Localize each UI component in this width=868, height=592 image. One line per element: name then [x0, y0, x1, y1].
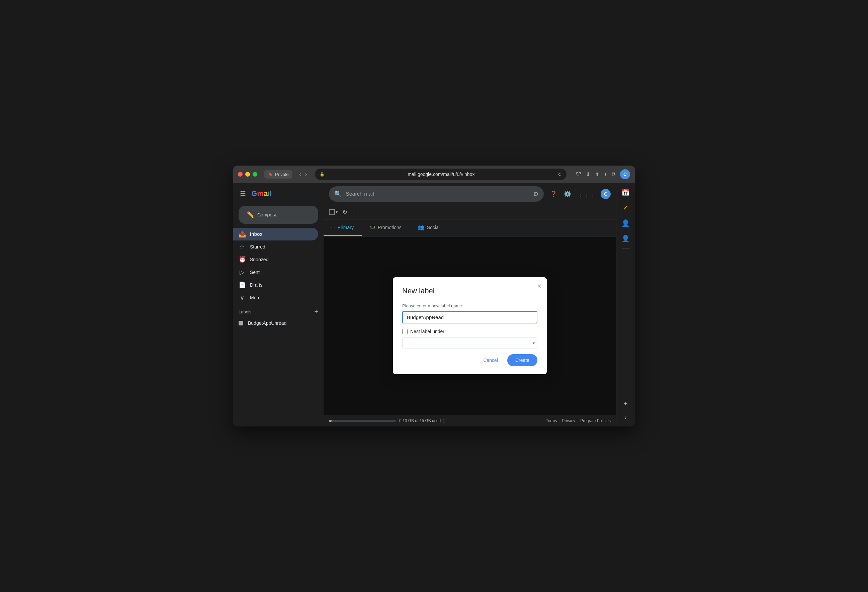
close-window-button[interactable]	[238, 172, 243, 177]
gmail-sidebar: ☰ Gmail ✏️ Compose 📥 Inbox ☆ Starred	[233, 183, 323, 426]
nest-label-select[interactable]	[402, 337, 537, 349]
primary-tab-icon: □	[332, 224, 335, 230]
keep-button[interactable]: 👤	[619, 232, 632, 245]
profile-avatar[interactable]: C	[620, 169, 630, 179]
create-button[interactable]: Create	[507, 354, 537, 366]
back-button[interactable]: ‹	[298, 171, 302, 178]
main-content: 🔍 ⚙ ❓ ⚙️ ⋮⋮⋮ C ▾ ↻ ⋮	[323, 183, 616, 426]
lock-icon: 🔒	[320, 172, 325, 177]
minimize-window-button[interactable]	[245, 172, 250, 177]
address-bar[interactable]: 🔒 mail.google.com/mail/u/0/#inbox ↻	[315, 169, 567, 180]
sidebar-item-sent[interactable]: ▷ Sent	[233, 266, 318, 278]
nest-label-text: Nest label under:	[410, 329, 446, 334]
tab-label: Private	[275, 172, 288, 177]
cancel-button[interactable]: Cancel	[477, 354, 505, 366]
browser-toolbar-right: 🛡 ⬇ ⬆ + ⧉ C	[576, 169, 630, 179]
inbox-icon: 📥	[239, 230, 245, 238]
calendar-button[interactable]: 📅	[619, 186, 632, 199]
refresh-inbox-button[interactable]: ↻	[340, 206, 349, 218]
logo-m-blue2: l	[270, 189, 272, 198]
select-dropdown-arrow[interactable]: ▾	[336, 210, 338, 214]
sidebar-item-drafts[interactable]: 📄 Drafts	[233, 278, 318, 291]
inbox-toolbar: ▾ ↻ ⋮	[323, 205, 616, 219]
tabs-button[interactable]: ⧉	[612, 171, 616, 177]
add-addon-button[interactable]: +	[619, 397, 632, 410]
shield-button[interactable]: 🛡	[576, 171, 581, 177]
sidebar-item-inbox[interactable]: 📥 Inbox	[233, 228, 318, 240]
storage-bar-wrap: 0.13 GB of 15 GB used ⬚	[329, 418, 446, 423]
promotions-tab-icon: 🏷	[370, 224, 375, 230]
tab-primary[interactable]: □ Primary	[323, 219, 362, 236]
browser-nav-arrows: ‹ ›	[298, 171, 308, 178]
compose-button[interactable]: ✏️ Compose	[239, 206, 318, 224]
search-filter-button[interactable]: ⚙	[533, 190, 539, 198]
sidebar-label-more: More	[250, 295, 261, 300]
search-bar[interactable]: 🔍 ⚙	[329, 186, 544, 202]
inbox-tabs: □ Primary 🏷 Promotions 👥 Social	[323, 219, 616, 237]
nest-label-checkbox[interactable]	[402, 329, 407, 334]
search-icon: 🔍	[334, 190, 342, 198]
top-search-area: 🔍 ⚙ ❓ ⚙️ ⋮⋮⋮ C	[323, 183, 616, 205]
labels-section-header: Labels +	[233, 304, 323, 318]
program-policies-link[interactable]: Program Policies	[580, 418, 611, 423]
close-dialog-button[interactable]: ×	[537, 283, 542, 289]
settings-button[interactable]: ⚙️	[562, 188, 573, 200]
nest-select-wrap: ▾	[402, 337, 537, 349]
tasks-button[interactable]: ✓	[619, 201, 632, 214]
forward-button[interactable]: ›	[304, 171, 308, 178]
privacy-link[interactable]: Privacy	[562, 418, 575, 423]
help-button[interactable]: ❓	[548, 188, 559, 200]
label-item-budget-unread[interactable]: BudgetAppUnread	[233, 318, 318, 328]
manage-storage-icon[interactable]: ⬚	[443, 418, 446, 423]
storage-text: 0.13 GB of 15 GB used ⬚	[399, 418, 446, 423]
star-icon: ☆	[239, 243, 245, 250]
search-input[interactable]	[345, 191, 529, 197]
draft-icon: 📄	[239, 281, 245, 289]
add-label-button[interactable]: +	[314, 308, 318, 316]
compose-pencil-icon: ✏️	[247, 211, 254, 218]
apps-button[interactable]: ⋮⋮⋮	[576, 188, 598, 200]
hamburger-menu-button[interactable]: ☰	[239, 188, 247, 199]
new-label-dialog: New label × Please enter a new label nam…	[393, 277, 547, 374]
logo-m-red: m	[257, 189, 264, 198]
chevron-down-icon: ∨	[239, 294, 245, 301]
download-button[interactable]: ⬇	[586, 171, 590, 178]
gmail-app: ☰ Gmail ✏️ Compose 📥 Inbox ☆ Starred	[233, 183, 635, 426]
sidebar-item-snoozed[interactable]: ⏰ Snoozed	[233, 253, 318, 266]
tab-social-label: Social	[427, 225, 440, 230]
tab-promotions[interactable]: 🏷 Promotions	[362, 219, 410, 236]
sidebar-label-inbox: Inbox	[250, 231, 262, 237]
storage-fill	[329, 420, 332, 422]
sidebar-label-starred: Starred	[250, 244, 265, 249]
tab-social[interactable]: 👥 Social	[410, 219, 448, 236]
sidebar-item-starred[interactable]: ☆ Starred	[233, 240, 318, 253]
send-icon: ▷	[239, 269, 245, 276]
labels-title: Labels	[239, 309, 251, 314]
label-name-input[interactable]	[402, 311, 537, 323]
url-text: mail.google.com/mail/u/0/#inbox	[327, 172, 555, 177]
social-tab-icon: 👥	[418, 224, 424, 230]
compose-label: Compose	[257, 212, 278, 217]
sidebar-top: ☰ Gmail	[233, 186, 323, 204]
maximize-window-button[interactable]	[252, 172, 257, 177]
dialog-title: New label	[402, 287, 537, 295]
footer-links: Terms · Privacy · Program Policies	[546, 418, 611, 423]
new-tab-button[interactable]: +	[604, 171, 607, 177]
browser-tab-private[interactable]: 🔖 Private	[264, 170, 292, 178]
storage-bar	[329, 420, 396, 422]
contacts-button[interactable]: 👤	[619, 216, 632, 230]
nest-label-row: Nest label under:	[402, 329, 537, 334]
sidebar-label-snoozed: Snoozed	[250, 257, 269, 262]
refresh-button[interactable]: ↻	[558, 172, 562, 177]
collapse-right-button[interactable]: ›	[619, 410, 632, 424]
gmail-logo: Gmail	[251, 189, 272, 198]
select-all-checkbox[interactable]	[329, 209, 335, 215]
logo-m-yellow: a	[264, 189, 268, 198]
sidebar-item-more[interactable]: ∨ More	[233, 291, 318, 304]
label-color-dot	[239, 321, 243, 325]
gmail-profile-avatar[interactable]: C	[601, 189, 611, 199]
label-name-prompt: Please enter a new label name:	[402, 303, 537, 308]
terms-link[interactable]: Terms	[546, 418, 557, 423]
share-button[interactable]: ⬆	[595, 171, 599, 178]
more-options-button[interactable]: ⋮	[352, 206, 362, 218]
